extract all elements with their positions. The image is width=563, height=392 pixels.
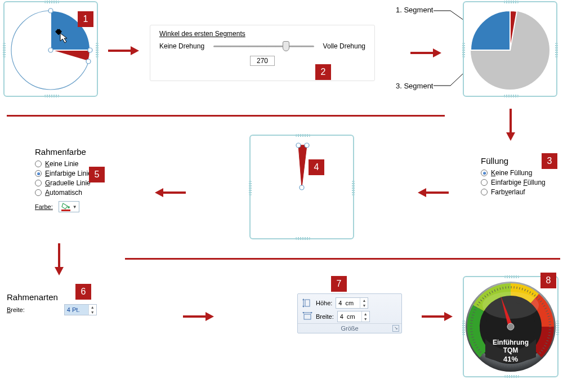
svg-point-3 bbox=[86, 59, 91, 64]
paint-bucket-icon bbox=[61, 202, 71, 211]
svg-marker-24 bbox=[205, 312, 214, 321]
chevron-down-icon[interactable]: ▼ bbox=[360, 303, 368, 308]
chevron-up-icon[interactable]: ▲ bbox=[360, 298, 368, 303]
border-width-input[interactable]: ▲▼ bbox=[64, 304, 97, 315]
chevron-up-icon[interactable]: ▲ bbox=[362, 311, 369, 317]
chevron-down-icon: ▼ bbox=[73, 204, 77, 210]
svg-marker-34 bbox=[444, 312, 453, 321]
arrow-down-icon bbox=[53, 243, 65, 276]
radio-no-line[interactable]: Keine Linie bbox=[35, 160, 136, 168]
angle-slider[interactable] bbox=[213, 46, 314, 47]
arrow-right-icon bbox=[108, 45, 139, 56]
svg-point-2 bbox=[88, 48, 92, 52]
width-label: Breite: bbox=[7, 306, 25, 313]
chevron-up-icon[interactable]: ▲ bbox=[89, 305, 96, 310]
radio-solid-line[interactable]: Einfarbige Linie bbox=[35, 170, 136, 177]
color-label: Farbe: bbox=[35, 203, 53, 210]
border-style-panel: Rahmenarten Breite: ▲▼ bbox=[7, 292, 125, 315]
step-marker-3: 3 bbox=[542, 153, 557, 169]
step-marker-2: 2 bbox=[315, 64, 331, 80]
width-icon bbox=[302, 312, 312, 321]
svg-marker-8 bbox=[433, 48, 441, 57]
size-group-label: Größe bbox=[341, 325, 358, 332]
svg-marker-27 bbox=[302, 299, 305, 300]
height-label: Höhe: bbox=[316, 300, 332, 306]
arrow-left-icon bbox=[155, 187, 186, 198]
angle-value-input[interactable] bbox=[250, 56, 275, 66]
gauge-line1: Einführung bbox=[493, 338, 529, 346]
svg-rect-25 bbox=[305, 300, 310, 306]
dialog-launcher-icon[interactable]: ↘ bbox=[392, 325, 399, 332]
width-label: Breite: bbox=[316, 313, 334, 320]
pie-chart-rotated[interactable] bbox=[463, 1, 557, 97]
arrow-right-icon bbox=[422, 311, 453, 322]
divider bbox=[125, 258, 560, 260]
chevron-down-icon[interactable]: ▼ bbox=[89, 310, 96, 315]
divider bbox=[7, 115, 445, 117]
svg-point-39 bbox=[482, 292, 539, 319]
height-input[interactable]: ▲▼ bbox=[336, 297, 368, 309]
border-color-panel: Rahmenfarbe Keine Linie Einfarbige Linie… bbox=[35, 147, 136, 212]
angle-panel: Winkel des ersten Segments Keine Drehung… bbox=[150, 25, 375, 81]
border-style-title: Rahmenarten bbox=[7, 292, 125, 302]
svg-marker-31 bbox=[302, 312, 304, 314]
angle-right-label: Volle Drehung bbox=[323, 42, 365, 50]
size-panel: Höhe: ▲▼ Breite: ▲▼ Größe ↘ bbox=[297, 293, 402, 333]
svg-rect-20 bbox=[61, 210, 70, 211]
radio-auto-line[interactable]: Automatisch bbox=[35, 189, 136, 197]
svg-point-15 bbox=[305, 143, 309, 148]
svg-point-41 bbox=[507, 323, 514, 330]
svg-point-16 bbox=[300, 185, 304, 190]
step-marker-1: 1 bbox=[78, 11, 93, 27]
arrow-down-icon bbox=[505, 109, 516, 141]
angle-left-label: Keine Drehung bbox=[159, 42, 204, 50]
svg-marker-6 bbox=[131, 46, 139, 55]
border-color-title: Rahmenfarbe bbox=[35, 147, 136, 157]
gauge-chart[interactable]: Einführung TQM 41% bbox=[463, 276, 558, 377]
step-marker-6: 6 bbox=[75, 284, 91, 300]
angle-title: Winkel des ersten Segments bbox=[159, 30, 365, 38]
svg-marker-18 bbox=[155, 188, 163, 197]
chevron-down-icon[interactable]: ▼ bbox=[362, 317, 369, 322]
svg-marker-22 bbox=[55, 267, 64, 275]
segment-label-3: 3. Segment bbox=[396, 82, 434, 90]
radio-solid-fill[interactable]: Einfarbige Füllung bbox=[481, 179, 560, 186]
gauge-line2: TQM bbox=[503, 346, 519, 354]
step-marker-4: 4 bbox=[309, 159, 324, 175]
radio-no-fill[interactable]: Keine Füllung bbox=[481, 169, 560, 177]
segment-label-1: 1. Segment bbox=[396, 6, 434, 14]
width-input[interactable]: ▲▼ bbox=[337, 311, 370, 322]
step-marker-7: 7 bbox=[331, 276, 347, 292]
svg-marker-11 bbox=[506, 132, 515, 141]
arrow-right-icon bbox=[410, 47, 441, 59]
svg-marker-28 bbox=[302, 306, 305, 308]
gauge-percent: 41% bbox=[503, 355, 518, 363]
svg-point-1 bbox=[48, 8, 53, 13]
svg-point-19 bbox=[68, 206, 70, 208]
step-marker-8: 8 bbox=[540, 273, 556, 288]
svg-marker-13 bbox=[418, 188, 426, 197]
svg-marker-32 bbox=[311, 312, 312, 314]
step-marker-5: 5 bbox=[89, 167, 105, 182]
radio-gradient-fill[interactable]: Farbverlauf bbox=[481, 188, 560, 196]
arrow-left-icon bbox=[418, 187, 449, 198]
svg-point-14 bbox=[296, 143, 301, 148]
slider-thumb[interactable] bbox=[283, 41, 289, 51]
needle-chart[interactable] bbox=[249, 135, 354, 239]
color-picker-button[interactable]: ▼ bbox=[59, 201, 79, 212]
arrow-right-icon bbox=[183, 311, 214, 322]
radio-gradient-line[interactable]: Graduelle Linie bbox=[35, 179, 136, 187]
svg-rect-29 bbox=[304, 314, 311, 319]
height-icon bbox=[302, 299, 312, 308]
svg-point-4 bbox=[48, 48, 53, 52]
